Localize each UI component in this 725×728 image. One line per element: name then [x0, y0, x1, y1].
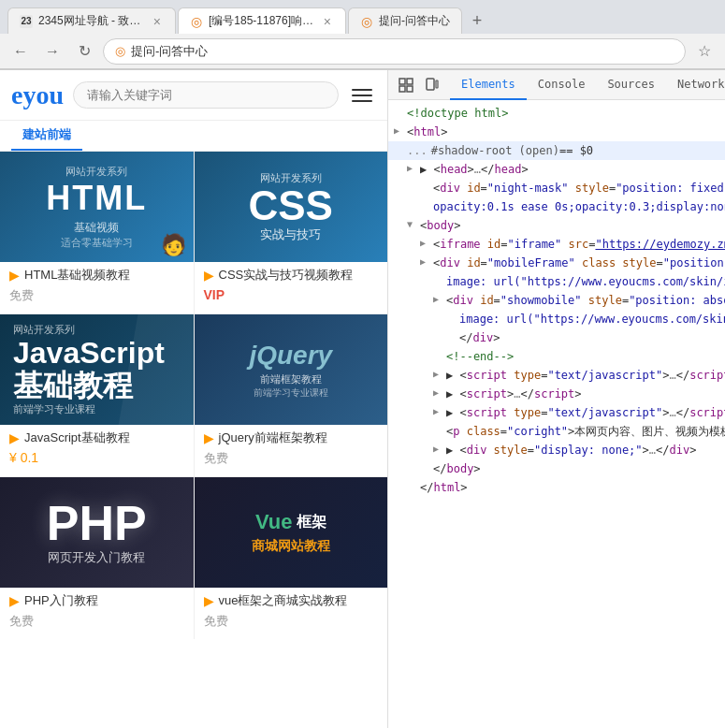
devtools-device-btn[interactable]: [420, 73, 444, 97]
course-name-js: JavaScript基础教程: [24, 430, 130, 446]
course-item-css[interactable]: 网站开发系列 CSS 实战与技巧 ▶ CSS实战与技巧视频教程 VIP: [195, 152, 388, 313]
devtools-tabs: Elements Console Sources Network: [450, 70, 725, 100]
course-price-html: 免费: [0, 285, 194, 308]
hamburger-line-2: [352, 95, 372, 96]
address-text: 提问-问答中心: [131, 43, 208, 60]
course-title-js: ▶ JavaScript基础教程: [0, 425, 194, 448]
script1-tag: ▶ <script type="text/javascript">…</scri…: [446, 367, 725, 384]
course-title-jquery: ▶ jQuery前端框架教程: [195, 425, 388, 448]
play-icon-vue: ▶: [204, 593, 214, 608]
arrow-showmobile[interactable]: [433, 292, 446, 306]
thumb-vue-sub: 商城网站教程: [252, 538, 330, 555]
site-search-input[interactable]: [73, 81, 339, 109]
devtools-tab-console[interactable]: Console: [527, 70, 597, 100]
code-line-script3: ▶ <script type="text/javascript">…</scri…: [388, 403, 725, 422]
tab-close-2345[interactable]: ×: [151, 14, 164, 29]
reload-button[interactable]: ↻: [71, 38, 97, 65]
hamburger-menu[interactable]: [348, 85, 376, 106]
course-item-vue[interactable]: Vue框架 商城网站教程 ▶ vue框架之商城实战教程 免费: [195, 477, 388, 639]
price-text-php: 免费: [9, 614, 34, 628]
address-input[interactable]: ◎ 提问-问答中心: [103, 38, 686, 65]
arrow-mobileframe[interactable]: [420, 255, 433, 269]
thumb-jquery-logo: jQuery: [249, 341, 332, 371]
hamburger-line-3: [352, 100, 372, 102]
tab-editor[interactable]: ◎ [编号185-11876]响应式多功... ×: [178, 7, 346, 34]
code-line-opacity: opacity:0.1s ease 0s;opacity:0.3;display…: [388, 197, 725, 216]
arrow-head[interactable]: [407, 161, 420, 175]
address-favicon: ◎: [115, 44, 125, 58]
closediv-tag: </div>: [459, 329, 500, 346]
course-name-vue: vue框架之商城实战教程: [219, 592, 348, 609]
new-tab-button[interactable]: +: [464, 7, 490, 34]
code-line-hiddendiv: ▶ <div style="display: none;">…</div>: [388, 441, 725, 459]
bg-url-text: image: url("https://www.eyoucms.com/skin…: [446, 273, 725, 290]
svg-rect-3: [407, 86, 413, 92]
code-line-mobileframe: <div id="mobileFrame" class style="posit…: [388, 254, 725, 272]
hiddendiv-tag: ▶ <div style="display: none;">…</div>: [446, 442, 696, 459]
price-text-vue: 免费: [204, 614, 228, 628]
thumb-php-title: PHP: [47, 499, 147, 547]
thumb-css-title: CSS: [249, 185, 333, 226]
arrow-hiddendiv[interactable]: [433, 442, 446, 456]
devtools-tab-network[interactable]: Network: [666, 70, 725, 100]
thumb-html-desc: 适合零基础学习: [61, 236, 133, 250]
devtools-tab-sources[interactable]: Sources: [596, 70, 666, 100]
bg-url2-text: image: url("https://www.eyoucms.com/skin…: [459, 311, 725, 328]
shadow-root-text: #shadow-root (open): [431, 142, 559, 159]
course-title-php: ▶ PHP入门教程: [0, 588, 194, 611]
course-title-html: ▶ HTML基础视频教程: [0, 262, 194, 285]
tab-close-editor[interactable]: ×: [321, 14, 334, 29]
course-price-css: VIP: [195, 285, 388, 306]
nightmask-tag: <div id="night-mask" style="position: fi…: [433, 180, 725, 197]
iframe-tag: <iframe id="iframe" src="https://eydemoz…: [433, 236, 725, 253]
bookmark-button[interactable]: ☆: [691, 38, 718, 65]
svg-rect-5: [436, 80, 438, 88]
course-name-jquery: jQuery前端框架教程: [219, 430, 327, 446]
breadcrumb: 建站前端: [11, 121, 82, 151]
arrow-script3[interactable]: [433, 404, 446, 418]
tab-2345[interactable]: 23 2345网址导航 - 致力于打造... ×: [7, 7, 176, 34]
code-line-shadow: ... #shadow-root (open) == $0: [388, 141, 725, 160]
main-split: eyou 建站前端 网站开发系列 HTML 基础视频: [0, 70, 725, 728]
course-item-jquery[interactable]: jQuery 前端框架教程 前端学习专业课程 ▶ jQuery前端框架教程 免费: [195, 314, 388, 476]
svg-rect-1: [407, 79, 413, 84]
course-item-html[interactable]: 网站开发系列 HTML 基础视频 适合零基础学习 🧑 ▶ HTML基础视频教程 …: [0, 152, 194, 313]
arrow-script1[interactable]: [433, 367, 446, 381]
course-item-php[interactable]: PHP 网页开发入门教程 ▶ PHP入门教程 免费: [0, 477, 194, 639]
play-icon-php: ▶: [9, 593, 20, 608]
head-tag: ▶ <head>…</head>: [420, 161, 529, 178]
mobileframe-tag: <div id="mobileFrame" class style="posit…: [433, 255, 725, 271]
back-button[interactable]: ←: [7, 38, 34, 65]
devtools-header: Elements Console Sources Network »: [388, 70, 725, 100]
address-bar: ← → ↻ ◎ 提问-问答中心 ☆: [0, 34, 725, 69]
code-line-closediv: </div>: [388, 328, 725, 347]
arrow-body[interactable]: [407, 217, 420, 231]
tab-label-ask: 提问-问答中心: [379, 13, 450, 29]
devtools-inspect-btn[interactable]: [394, 73, 418, 97]
thumb-html-title: HTML: [46, 179, 147, 218]
arrow-iframe[interactable]: [420, 236, 433, 250]
course-price-vue: 免费: [195, 611, 388, 633]
tab-ask[interactable]: ◎ 提问-问答中心: [348, 7, 462, 34]
course-name-html: HTML基础视频教程: [24, 267, 130, 284]
code-line-body: <body>: [388, 216, 725, 235]
arrow-script2[interactable]: [433, 386, 446, 400]
devtools-tab-elements[interactable]: Elements: [450, 70, 527, 100]
arrow-html[interactable]: [394, 124, 407, 138]
price-text-html: 免费: [9, 288, 34, 302]
code-line-closebody: </body>: [388, 459, 725, 478]
hamburger-line-1: [352, 89, 372, 91]
course-item-js[interactable]: 网站开发系列 JavaScript基础教程 前端学习专业课程 ▶ JavaScr…: [0, 314, 194, 476]
doctype-text: <!doctype html>: [407, 105, 508, 122]
tab-favicon-ask: ◎: [360, 15, 373, 28]
site-header: eyou: [0, 70, 387, 121]
play-icon-css: ▶: [204, 268, 214, 283]
body-tag: <body>: [420, 217, 460, 234]
code-line-script2: ▶ <script>…</script>: [388, 385, 725, 403]
play-icon-js: ▶: [9, 430, 20, 445]
forward-button[interactable]: →: [39, 38, 65, 65]
thumb-js-series: 网站开发系列: [13, 323, 75, 337]
devtools-panel: Elements Console Sources Network » <!doc…: [388, 70, 725, 728]
devtools-code-area[interactable]: <!doctype html> <html> ... #shadow-root …: [388, 100, 725, 728]
course-title-vue: ▶ vue框架之商城实战教程: [195, 588, 388, 611]
